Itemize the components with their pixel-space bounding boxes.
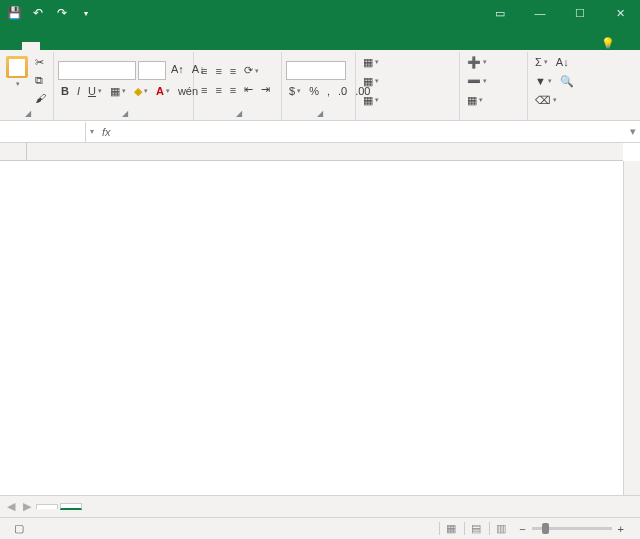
align-dialog-icon[interactable]: ◢ <box>236 109 242 118</box>
name-box[interactable] <box>0 122 86 142</box>
sheet-tab-1[interactable] <box>36 504 58 509</box>
indent-dec-button[interactable]: ⇤ <box>241 82 256 98</box>
format-cells-button[interactable]: ▦▾ <box>464 92 486 108</box>
copy-button[interactable]: ⧉ <box>32 72 49 88</box>
sheet-nav-prev[interactable]: ◀ <box>4 500 18 513</box>
tab-dademiao[interactable] <box>166 42 184 50</box>
tab-home[interactable] <box>22 42 40 50</box>
comma-button[interactable]: , <box>324 83 333 99</box>
cell-styles-button[interactable]: ▦ ▾ <box>360 92 382 108</box>
tab-data[interactable] <box>94 42 112 50</box>
view-pagebreak-icon[interactable]: ▥ <box>489 522 511 535</box>
formula-bar[interactable] <box>115 122 626 142</box>
macro-record-icon[interactable]: ▢ <box>14 522 24 534</box>
fx-icon[interactable]: fx <box>98 126 115 138</box>
format-painter-button[interactable]: 🖌 <box>32 90 49 106</box>
align-middle-button[interactable]: ≡ <box>212 63 224 79</box>
tell-me[interactable]: 💡 <box>601 37 618 50</box>
select-all-button[interactable] <box>0 143 27 161</box>
vertical-scrollbar[interactable] <box>623 161 640 495</box>
sort-filter-button[interactable]: A↓ <box>553 54 572 70</box>
tab-review[interactable] <box>112 42 130 50</box>
close-icon[interactable]: ✕ <box>600 0 640 26</box>
font-size-combo[interactable] <box>138 61 166 80</box>
autosum-button[interactable]: Σ▾ <box>532 54 551 70</box>
formula-expand-icon[interactable]: ▾ <box>626 125 640 138</box>
view-layout-icon[interactable]: ▤ <box>464 522 486 535</box>
inc-decimal-button[interactable]: .0 <box>335 83 350 99</box>
tab-smartone[interactable] <box>184 42 202 50</box>
bold-button[interactable]: B <box>58 83 72 99</box>
indent-inc-button[interactable]: ⇥ <box>258 82 273 98</box>
clipboard-dialog-icon[interactable]: ◢ <box>25 109 31 118</box>
accounting-button[interactable]: $▾ <box>286 83 304 99</box>
font-dialog-icon[interactable]: ◢ <box>122 109 128 118</box>
delete-cells-button[interactable]: ➖▾ <box>464 73 490 89</box>
maximize-icon[interactable]: ☐ <box>560 0 600 26</box>
tab-insert[interactable] <box>40 42 58 50</box>
number-dialog-icon[interactable]: ◢ <box>317 109 323 118</box>
paste-button[interactable]: ▾ <box>4 54 29 88</box>
undo-icon[interactable]: ↶ <box>30 5 46 21</box>
qat-more-icon[interactable]: ▾ <box>78 5 94 21</box>
align-top-button[interactable]: ≡ <box>198 63 210 79</box>
fill-color-button[interactable]: ◆▾ <box>131 83 151 99</box>
fill-button[interactable]: ▼▾ <box>532 73 555 89</box>
tab-formula[interactable] <box>76 42 94 50</box>
save-icon[interactable]: 💾 <box>6 5 22 21</box>
find-button[interactable]: 🔍 <box>557 73 577 89</box>
insert-cells-button[interactable]: ➕▾ <box>464 54 490 70</box>
conditional-format-button[interactable]: ▦ ▾ <box>360 54 382 70</box>
italic-button[interactable]: I <box>74 83 83 99</box>
number-format-combo[interactable] <box>286 61 346 80</box>
align-center-button[interactable]: ≡ <box>212 82 224 98</box>
view-normal-icon[interactable]: ▦ <box>439 522 461 535</box>
underline-button[interactable]: U▾ <box>85 83 105 99</box>
redo-icon[interactable]: ↷ <box>54 5 70 21</box>
sheet-nav-next[interactable]: ▶ <box>20 500 34 513</box>
orientation-button[interactable]: ⟳▾ <box>241 63 262 79</box>
align-left-button[interactable]: ≡ <box>198 82 210 98</box>
zoom-out-button[interactable]: − <box>519 523 525 535</box>
tab-layout[interactable] <box>58 42 76 50</box>
tab-file[interactable] <box>4 42 22 50</box>
tab-view[interactable] <box>130 42 148 50</box>
ribbon-options-icon[interactable]: ▭ <box>480 0 520 26</box>
namebox-dropdown-icon[interactable]: ▾ <box>86 127 98 136</box>
sheet-tab-2[interactable] <box>60 503 82 510</box>
format-as-table-button[interactable]: ▦ ▾ <box>360 73 382 89</box>
increase-font-button[interactable]: A↑ <box>168 61 187 77</box>
align-right-button[interactable]: ≡ <box>227 82 239 98</box>
clear-button[interactable]: ⌫▾ <box>532 92 560 108</box>
borders-button[interactable]: ▦▾ <box>107 83 129 99</box>
font-color-button[interactable]: A▾ <box>153 83 173 99</box>
tab-developer[interactable] <box>148 42 166 50</box>
cut-button[interactable]: ✂ <box>32 54 49 70</box>
font-name-combo[interactable] <box>58 61 136 80</box>
zoom-in-button[interactable]: + <box>618 523 624 535</box>
zoom-slider[interactable] <box>532 527 612 530</box>
tab-powerpivot[interactable] <box>202 42 220 50</box>
percent-button[interactable]: % <box>306 83 322 99</box>
align-bottom-button[interactable]: ≡ <box>227 63 239 79</box>
minimize-icon[interactable]: — <box>520 0 560 26</box>
